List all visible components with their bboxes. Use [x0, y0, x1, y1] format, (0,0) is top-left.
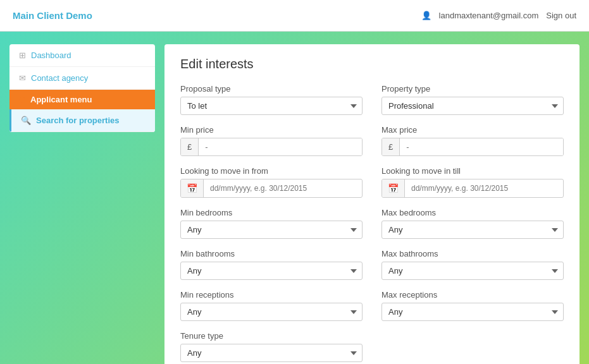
min-price-input[interactable] [199, 138, 362, 155]
sidebar-item-search-for-properties[interactable]: 🔍 Search for properties [9, 109, 155, 132]
max-receptions-label: Max receptions [381, 290, 564, 300]
max-price-input-group: £ [381, 138, 564, 156]
proposal-type-group: Proposal type To let For sale Both [180, 84, 363, 115]
orange-dot-icon [19, 97, 25, 103]
move-in-till-date-group: 📅 [381, 179, 564, 198]
min-bedrooms-select[interactable]: Any 1 2 3 4 5+ [180, 221, 363, 239]
min-price-group: Min price £ [180, 125, 363, 156]
max-bathrooms-group: Max bathrooms Any 1 2 3 [381, 249, 564, 280]
min-bathrooms-select[interactable]: Any 1 2 3 [180, 262, 363, 280]
tenure-type-label: Tenure type [180, 331, 363, 341]
main-layout: ⊞ Dashboard ✉ Contact agency Applicant m… [0, 32, 589, 364]
tenure-type-select[interactable]: Any Freehold Leasehold [180, 344, 363, 362]
proposal-type-select[interactable]: To let For sale Both [180, 97, 363, 115]
signout-link[interactable]: Sign out [546, 11, 576, 20]
move-in-till-input[interactable] [405, 180, 563, 197]
proposal-type-label: Proposal type [180, 84, 363, 94]
min-receptions-group: Min receptions Any 1 2 3 [180, 290, 363, 321]
dashboard-icon: ⊞ [19, 51, 26, 60]
sidebar-item-label: Dashboard [31, 51, 71, 60]
max-bathrooms-select[interactable]: Any 1 2 3 [381, 262, 564, 280]
navbar: Main Client Demo 👤 landmaxtenant@gmail.c… [0, 0, 589, 32]
navbar-right: 👤 landmaxtenant@gmail.com Sign out [421, 11, 576, 20]
max-bedrooms-group: Max bedrooms Any 1 2 3 4 5+ [381, 208, 564, 239]
calendar-icon-till[interactable]: 📅 [382, 179, 405, 197]
max-bathrooms-label: Max bathrooms [381, 249, 564, 258]
user-email: landmaxtenant@gmail.com [439, 11, 539, 20]
min-bathrooms-label: Min bathrooms [180, 249, 363, 258]
content-panel: Edit interests Proposal type To let For … [164, 44, 580, 364]
move-in-from-date-group: 📅 [180, 179, 363, 198]
max-receptions-select[interactable]: Any 1 2 3 [381, 303, 564, 321]
move-in-till-group: Looking to move in till 📅 [381, 166, 564, 198]
min-bedrooms-group: Min bedrooms Any 1 2 3 4 5+ [180, 208, 363, 239]
max-price-prefix: £ [382, 138, 400, 155]
property-type-group: Property type Professional Residential C… [381, 84, 564, 115]
min-price-prefix: £ [181, 138, 199, 155]
calendar-icon-from[interactable]: 📅 [181, 179, 204, 197]
sidebar: ⊞ Dashboard ✉ Contact agency Applicant m… [9, 44, 155, 132]
max-receptions-group: Max receptions Any 1 2 3 [381, 290, 564, 321]
sidebar-item-label: Contact agency [31, 73, 88, 83]
tenure-type-group: Tenure type Any Freehold Leasehold [180, 331, 363, 362]
property-type-label: Property type [381, 84, 564, 94]
max-bedrooms-label: Max bedrooms [381, 208, 564, 217]
tenure-type-spacer [381, 331, 564, 362]
sidebar-section-label: Applicant menu [30, 95, 92, 104]
min-price-input-group: £ [180, 138, 363, 156]
user-icon: 👤 [421, 11, 431, 20]
max-bedrooms-select[interactable]: Any 1 2 3 4 5+ [381, 221, 564, 239]
move-in-till-label: Looking to move in till [381, 166, 564, 176]
mail-icon: ✉ [19, 73, 26, 83]
max-price-label: Max price [381, 125, 564, 135]
search-icon: 🔍 [21, 116, 31, 125]
page-title: Edit interests [180, 57, 564, 71]
sidebar-item-contact-agency[interactable]: ✉ Contact agency [9, 67, 155, 90]
min-receptions-select[interactable]: Any 1 2 3 [180, 303, 363, 321]
brand-link[interactable]: Main Client Demo [13, 10, 92, 21]
min-bedrooms-label: Min bedrooms [180, 208, 363, 217]
max-price-group: Max price £ [381, 125, 564, 156]
min-receptions-label: Min receptions [180, 290, 363, 300]
max-price-input[interactable] [400, 138, 563, 155]
move-in-from-label: Looking to move in from [180, 166, 363, 176]
sidebar-item-dashboard[interactable]: ⊞ Dashboard [9, 44, 155, 67]
move-in-from-input[interactable] [204, 180, 362, 197]
min-price-label: Min price [180, 125, 363, 135]
property-type-select[interactable]: Professional Residential Commercial [381, 97, 564, 115]
sidebar-item-label: Search for properties [36, 116, 120, 125]
min-bathrooms-group: Min bathrooms Any 1 2 3 [180, 249, 363, 280]
move-in-from-group: Looking to move in from 📅 [180, 166, 363, 198]
sidebar-section-applicant-menu: Applicant menu [9, 90, 155, 109]
form-grid: Proposal type To let For sale Both Prope… [180, 84, 564, 364]
